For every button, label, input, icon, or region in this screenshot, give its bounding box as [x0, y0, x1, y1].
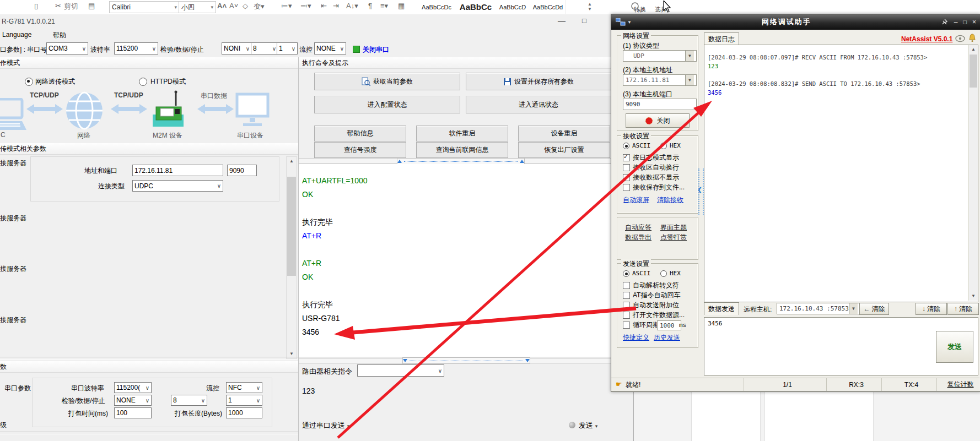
send-menu[interactable]: 发送 ▾ [579, 421, 597, 431]
cycle-checkbox-row[interactable]: 循环周期 [623, 320, 659, 330]
format-painter-icon[interactable]: ▤ [88, 2, 95, 10]
send-input-area[interactable]: 3456 发送 [704, 317, 978, 375]
net-info-button[interactable]: 查询当前联网信息 [416, 142, 508, 158]
font-name-combo[interactable]: Calibri ▾ [109, 1, 180, 13]
serial-send-menu[interactable]: 通过串口发送 ▾ [302, 421, 349, 431]
stopbits-combo[interactable]: 1∨ [277, 42, 298, 55]
outdent-icon[interactable]: ⇤ [321, 2, 327, 10]
send-checkbox-row[interactable]: 自动解析转义符 [623, 280, 685, 290]
checkbox-icon[interactable] [623, 322, 630, 329]
close-connection-button[interactable]: 关闭 [626, 113, 690, 128]
font-size-combo[interactable]: 小四 ▾ [179, 1, 216, 13]
data-log-area[interactable]: [2024-03-29 08:08:07.097]# RECV ASCII FR… [704, 45, 978, 302]
parity-combo[interactable]: NONI∨ [222, 42, 252, 55]
splitter-horizontal[interactable] [299, 358, 633, 363]
history-send-link[interactable]: 历史发送 [654, 333, 680, 342]
search-icon[interactable] [631, 2, 642, 13]
minimize-button[interactable]: – [954, 18, 958, 26]
serial-flow-combo[interactable]: NFC∨ [226, 382, 262, 393]
checkbox-icon[interactable] [623, 302, 630, 309]
tab-data-log[interactable]: 数据日志 [704, 32, 739, 45]
grid-icon[interactable]: ▦ [398, 2, 405, 10]
server-address-input[interactable]: 172.16.11.81 [132, 165, 223, 176]
splitter-collapse-icon[interactable] [403, 359, 407, 362]
close-button[interactable]: × [972, 18, 976, 26]
send-button[interactable]: 发送 [936, 331, 973, 363]
grow-font-icon[interactable]: A˄ [217, 2, 227, 10]
checkbox-icon[interactable] [623, 282, 630, 289]
log-scrollbar[interactable]: ▲ ▼ [968, 45, 978, 301]
splitter-collapse-icon[interactable] [525, 359, 530, 362]
style-gallery-scroll[interactable]: ▲▼ [588, 2, 592, 12]
theme-link[interactable]: 界面主题 [660, 223, 687, 232]
align-icon[interactable]: ≡▾ [380, 2, 388, 10]
scroll-down-icon[interactable]: ▼ [969, 292, 978, 301]
send-hex-radio[interactable] [660, 270, 667, 277]
recv-checkbox-row[interactable]: 接收保存到文件... [623, 182, 685, 192]
radio-net-passthrough[interactable] [25, 78, 33, 86]
maximize-button[interactable]: □ [963, 19, 967, 25]
radio-httpd[interactable] [139, 78, 147, 86]
splitter-horizontal[interactable] [299, 159, 633, 164]
version-link[interactable]: NetAssist V5.0.1 [901, 35, 952, 43]
recv-ascii-radio[interactable] [623, 143, 629, 149]
recv-hex-radio[interactable] [660, 143, 667, 149]
enter-comm-button[interactable]: 进入通讯状态 [466, 96, 611, 113]
indent-icon[interactable]: ⇥ [333, 2, 339, 10]
scrollbar-thumb[interactable] [970, 55, 977, 88]
serial-stopbits-combo[interactable]: 1∨ [226, 395, 262, 406]
server-port-input[interactable]: 9090 [227, 165, 257, 176]
recv-checkbox-row[interactable]: 接收数据不显示 [623, 172, 685, 182]
serial-databits-combo[interactable]: 8∨ [171, 395, 207, 406]
clear-remote-button[interactable]: ← 清除 [859, 303, 889, 315]
sort-icon[interactable]: A↓▾ [346, 2, 358, 10]
checkbox-icon[interactable] [623, 184, 630, 191]
quick-define-link[interactable]: 快捷定义 [623, 333, 649, 342]
soft-restart-button[interactable]: 软件重启 [416, 126, 508, 141]
scrollbar-thumb[interactable] [287, 177, 296, 276]
send-checkbox-row[interactable]: AT指令自动回车 [623, 290, 685, 300]
save-params-button[interactable]: 设置并保存所有参数 [466, 73, 611, 90]
protocol-combo[interactable]: UDP ▼ [623, 50, 697, 62]
shrink-font-icon[interactable]: A˅ [229, 2, 238, 10]
paste-icon[interactable]: ▯ [34, 2, 38, 10]
checkbox-icon[interactable] [623, 164, 630, 171]
packlen-input[interactable]: 1000 [226, 407, 262, 418]
auto-reply-link[interactable]: 自动应答 [625, 223, 651, 232]
status-reset-count[interactable]: 复位计数 [936, 378, 979, 391]
checkbox-icon[interactable] [623, 174, 630, 181]
close-port-button[interactable]: 关闭串口 [363, 45, 389, 55]
menu-language[interactable]: Language [2, 31, 31, 39]
serial-baud-combo[interactable]: 115200(∨ [114, 382, 152, 393]
cut-label[interactable]: 剪切 [64, 2, 78, 12]
menu-help[interactable]: 帮助 [53, 31, 66, 40]
splitter-collapse-icon[interactable] [397, 160, 402, 163]
packtime-input[interactable]: 100 [114, 407, 152, 418]
maximize-button[interactable]: □ [582, 17, 586, 25]
serial-parity-combo[interactable]: NONE∨ [114, 395, 152, 406]
local-host-combo[interactable]: 172.16.11.81 ▼ [623, 74, 697, 86]
checkbox-icon[interactable] [623, 312, 630, 319]
cmd-log-area[interactable]: AT+UARTFL=1000OK执行完毕AT+RAT+ROK执行完毕USR-G7… [299, 164, 633, 357]
com-port-combo[interactable]: COM3∨ [46, 42, 88, 55]
cut-icon[interactable]: ✂ [55, 2, 61, 10]
remote-host-combo[interactable]: 172.16.10.43 :57853 ▼ [777, 303, 860, 314]
splitter-handle[interactable] [402, 357, 530, 364]
get-params-button[interactable]: 获取当前参数 [314, 73, 460, 90]
conn-type-combo[interactable]: UDPC∨ [132, 180, 223, 192]
titlebar-menu-chevron[interactable]: ▼ [627, 20, 632, 25]
style-chip-heading1[interactable]: AaBbCcD [495, 0, 531, 14]
baud-combo[interactable]: 115200∨ [114, 42, 158, 55]
pin-icon[interactable] [941, 19, 949, 26]
style-chip-normal[interactable]: AaBbCcDc [417, 0, 457, 14]
bullet-list-icon[interactable]: ≔▾ [281, 2, 292, 10]
autoscroll-link[interactable]: 自动滚屏 [623, 195, 649, 205]
left-panel-scrollbar[interactable]: ▲ ▼ [286, 156, 297, 359]
send-checkbox-row[interactable]: 自动发送附加位 [623, 300, 685, 310]
eye-icon[interactable] [955, 35, 965, 42]
clear-recv-button[interactable]: ↓ 清除 [916, 303, 947, 315]
databits-combo[interactable]: 8∨ [251, 42, 278, 55]
donate-link[interactable]: 点赞打赏 [660, 233, 687, 242]
tab-data-send[interactable]: 数据发送 [704, 302, 739, 315]
phonetic-icon[interactable]: 变▾ [254, 2, 265, 12]
